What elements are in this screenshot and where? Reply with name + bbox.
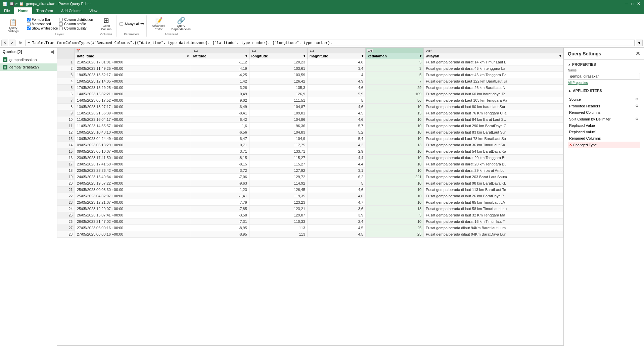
step-gear-splitColumnByDelimiter[interactable]: ⚙ bbox=[635, 117, 639, 121]
step-item-source[interactable]: Source⚙ bbox=[568, 96, 640, 102]
tab-add-column[interactable]: Add Column bbox=[57, 7, 86, 14]
title-bar-controls[interactable]: ─ □ ✕ bbox=[624, 1, 641, 6]
table-row: 2727/05/2023 06:00:16 +00:00-8,951134,52… bbox=[57, 225, 563, 231]
col-filter-lon[interactable]: ▾ bbox=[304, 54, 305, 58]
always-allow-checkbox[interactable] bbox=[120, 22, 123, 26]
step-item-removedColumns[interactable]: Removed Columns bbox=[568, 109, 640, 115]
col-header-lon-inner: 1.2 longitude ▾ bbox=[249, 48, 307, 59]
tab-view[interactable]: View bbox=[86, 7, 102, 14]
col-filter-lat[interactable]: ▾ bbox=[245, 54, 247, 58]
cell-date-time: 27/05/2023 06:00:16 +00:00 bbox=[75, 225, 191, 231]
table-row: 2425/05/2023 12:29:07 +00:00-7,85123,213… bbox=[57, 206, 563, 212]
query-label-1: gempadirasakan bbox=[9, 58, 37, 62]
table-row: 2024/05/2023 19:57:22 +00:00-9,63114,925… bbox=[57, 180, 563, 187]
close-btn[interactable]: ✕ bbox=[636, 1, 641, 6]
col-type-dt: 📅 bbox=[75, 48, 191, 53]
settings-close-btn[interactable]: ✕ bbox=[636, 50, 640, 57]
cell-magnitude: 4,7 bbox=[307, 199, 365, 206]
cell-date-time: 19/05/2023 13:52:17 +00:00 bbox=[75, 72, 191, 78]
col-filter-ked[interactable]: ▾ bbox=[420, 54, 421, 58]
step-item-replacedValue1[interactable]: Replaced Value1 bbox=[568, 129, 640, 135]
formula-confirm-btn[interactable]: ✓ bbox=[9, 40, 15, 46]
col-filter-mag[interactable]: ▾ bbox=[362, 54, 363, 58]
col-name-date-time: date_time bbox=[77, 54, 94, 58]
step-item-promotedHeaders[interactable]: Promoted Headers⚙ bbox=[568, 103, 640, 109]
col-filter-wil[interactable]: ▾ bbox=[559, 54, 561, 58]
maximize-btn[interactable]: □ bbox=[630, 1, 635, 6]
table-row: 220/05/2023 11:49:25 +00:00-4,19103,613,… bbox=[57, 65, 563, 72]
checkbox-always-allow[interactable]: Always allow bbox=[120, 22, 144, 26]
formula-cancel-btn[interactable]: ✕ bbox=[1, 40, 8, 46]
step-item-splitColumnByDelimiter[interactable]: Split Column by Delimiter⚙ bbox=[568, 116, 640, 122]
col-type-ked: 1²₃ bbox=[366, 48, 423, 53]
cell-latitude: -7,85 bbox=[191, 206, 249, 212]
monospaced-checkbox[interactable] bbox=[27, 22, 31, 26]
row-num-cell: 9 bbox=[57, 110, 75, 116]
query-item-gempa_dirasakan[interactable]: ▦ gempa_dirasakan bbox=[0, 63, 57, 71]
step-name-splitColumnByDelimiter: Split Column by Delimiter bbox=[569, 117, 635, 121]
query-item-gempadirasakan[interactable]: ▦ gempadirasakan bbox=[0, 56, 57, 63]
step-item-renamedColumns[interactable]: Renamed Columns bbox=[568, 135, 640, 141]
row-num-cell: 16 bbox=[57, 155, 75, 161]
checkbox-monospaced[interactable]: Monospaced bbox=[27, 22, 58, 26]
go-to-column-btn[interactable]: ⊞ Go toColumn bbox=[99, 16, 114, 32]
step-gear-promotedHeaders[interactable]: ⚙ bbox=[635, 104, 639, 108]
col-distribution-checkbox[interactable] bbox=[59, 18, 63, 21]
row-num-cell: 24 bbox=[57, 206, 75, 212]
minimize-btn[interactable]: ─ bbox=[624, 1, 629, 6]
all-properties-link[interactable]: All Properties bbox=[568, 81, 640, 85]
cell-kedalaman: 10 bbox=[365, 187, 423, 193]
table-row: 911/05/2023 21:56:39 +00:00-8,41109,014,… bbox=[57, 110, 563, 116]
query-settings-panel: Query Settings ✕ ▲ PROPERTIES Name All P… bbox=[563, 48, 644, 346]
query-dependencies-btn[interactable]: 🔗 QueryDependencies bbox=[169, 16, 193, 32]
checkbox-col-distribution[interactable]: Column distribution bbox=[59, 18, 93, 21]
checkbox-show-whitespace[interactable]: Show whitespace bbox=[27, 27, 58, 30]
cell-date-time: 14/05/2023 15:32:21 +00:00 bbox=[75, 91, 191, 97]
formula-expand-btn[interactable]: ▾ bbox=[636, 40, 643, 46]
cell-magnitude: 2,9 bbox=[307, 148, 365, 155]
col-filter-date-time[interactable]: ▾ bbox=[187, 54, 189, 58]
row-num-cell: 7 bbox=[57, 97, 75, 104]
checkbox-col-quality[interactable]: Column quality bbox=[59, 27, 93, 30]
show-whitespace-checkbox[interactable] bbox=[27, 27, 31, 30]
step-item-changedType[interactable]: ✕Changed Type bbox=[568, 142, 640, 148]
formula-fx-label: fx bbox=[17, 41, 24, 45]
cell-magnitude: 4 bbox=[307, 72, 365, 78]
tab-file[interactable]: File bbox=[0, 7, 14, 14]
cell-kedalaman: 5 bbox=[365, 72, 423, 78]
col-header-kedalaman: 1²₃ kedalaman ▾ bbox=[365, 48, 423, 59]
checkbox-col-profile[interactable]: Column profile bbox=[59, 22, 93, 26]
cell-kedalaman: 5 bbox=[365, 59, 423, 65]
col-profile-checkbox[interactable] bbox=[59, 22, 63, 26]
tab-home[interactable]: Home bbox=[14, 7, 33, 14]
formula-input[interactable] bbox=[25, 40, 635, 46]
cell-longitude: 120,23 bbox=[249, 59, 307, 65]
col-quality-checkbox[interactable] bbox=[59, 27, 63, 30]
col-name-wilayah: wilayah bbox=[426, 54, 439, 58]
step-name-renamedColumns: Renamed Columns bbox=[569, 136, 639, 140]
table-row: 1409/05/2023 06:13:29 +00:000,71117,754,… bbox=[57, 142, 563, 148]
cell-kedalaman: 10 bbox=[365, 155, 423, 161]
queries-collapse-btn[interactable]: ◀ bbox=[50, 49, 54, 54]
mag-type-badge: 1.2 bbox=[309, 49, 315, 52]
tab-transform[interactable]: Transform bbox=[32, 7, 57, 14]
cell-wilayah: Pusat gempa berada di laut 65 km TimurLa… bbox=[424, 199, 563, 206]
cell-wilayah: Pusat gempa berada di laut 58 km TimurLa… bbox=[424, 206, 563, 212]
query-settings-btn[interactable]: 📋 QuerySettings bbox=[5, 18, 21, 34]
cell-wilayah: Pusat gempa berada di darat 16 km Timur … bbox=[424, 218, 563, 225]
query-name-input[interactable] bbox=[568, 73, 640, 80]
grid-container[interactable]: 📅 date_time ▾ bbox=[57, 48, 563, 345]
ribbon-tabs: File Home Transform Add Column View bbox=[0, 7, 644, 14]
advanced-editor-btn[interactable]: 📝 AdvancedEditor bbox=[149, 16, 168, 32]
cell-magnitude: 4,8 bbox=[307, 59, 365, 65]
cell-magnitude: 4,6 bbox=[307, 85, 365, 91]
cell-latitude: -3,71 bbox=[191, 148, 249, 155]
step-item-replacedValue[interactable]: Replaced Value bbox=[568, 122, 640, 129]
cell-kedalaman: 10 bbox=[365, 161, 423, 167]
cell-wilayah: Pusat gempa berada dilaut 94Km Barat lau… bbox=[424, 225, 563, 231]
checkbox-formula-bar[interactable]: Formula Bar bbox=[27, 18, 58, 21]
cell-latitude: -9,02 bbox=[191, 97, 249, 104]
cell-wilayah: Pusat gempa berada di laut 60 km barat d… bbox=[424, 91, 563, 97]
step-gear-source[interactable]: ⚙ bbox=[635, 97, 639, 101]
formula-bar-checkbox[interactable] bbox=[27, 18, 31, 21]
